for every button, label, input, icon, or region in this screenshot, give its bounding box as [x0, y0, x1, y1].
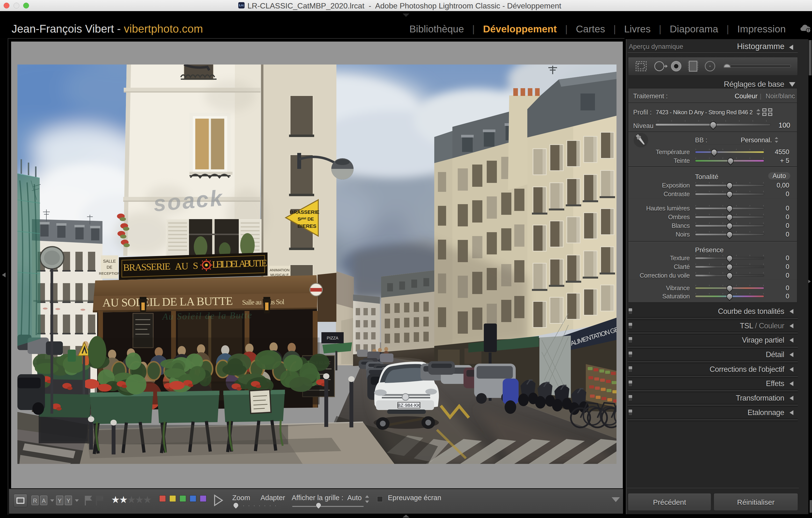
svg-text:AU: AU: [175, 261, 188, 272]
svg-text:×: ×: [101, 496, 104, 500]
svg-text:PIZZA: PIZZA: [327, 336, 339, 340]
svg-text:Au Soleil de la Butte: Au Soleil de la Butte: [162, 310, 252, 322]
svg-text:S: S: [193, 260, 198, 271]
svg-text:!: !: [808, 29, 809, 33]
svg-text:BRASSERIE: BRASSERIE: [123, 261, 171, 273]
svg-text:DE: DE: [107, 265, 112, 270]
svg-text:BRASSERIE: BRASSERIE: [290, 209, 319, 215]
svg-text:Sᵖᵗᵉᵗ DE: Sᵖᵗᵉᵗ DE: [297, 216, 314, 221]
svg-text:SALLE: SALLE: [103, 259, 116, 264]
svg-text:LEIL DE LA BUTTE: LEIL DE LA BUTTE: [212, 257, 267, 270]
svg-text:BZ·984·KK: BZ·984·KK: [398, 403, 420, 408]
svg-text:BIERES: BIERES: [297, 223, 316, 229]
svg-text:RECEPTION: RECEPTION: [99, 271, 120, 275]
svg-text:ANIMATION: ANIMATION: [270, 268, 290, 272]
svg-text:AU SOLEIL DE LA BUTTE: AU SOLEIL DE LA BUTTE: [102, 294, 233, 309]
